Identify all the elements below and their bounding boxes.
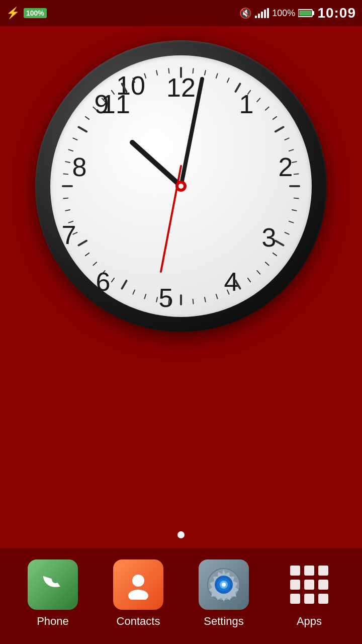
- svg-line-35: [276, 241, 284, 246]
- svg-line-58: [65, 210, 70, 211]
- svg-line-44: [193, 299, 194, 304]
- svg-line-39: [248, 278, 250, 282]
- signal-icon: [255, 8, 269, 18]
- svg-line-55: [78, 241, 86, 246]
- svg-line-59: [63, 198, 68, 199]
- battery-small-icon: 100%: [24, 8, 47, 18]
- clock-center-dot-inner: [178, 184, 184, 189]
- dock-apps[interactable]: Apps: [274, 559, 344, 628]
- page-indicator: [177, 531, 185, 538]
- dock-contacts[interactable]: Contacts: [103, 559, 173, 628]
- svg-line-48: [144, 294, 146, 299]
- svg-line-25: [276, 127, 284, 132]
- svg-line-54: [85, 253, 89, 256]
- svg-line-38: [257, 271, 260, 274]
- svg-line-37: [265, 262, 269, 265]
- contacts-icon: [113, 559, 163, 610]
- usb-icon: ⚡: [6, 7, 20, 20]
- apps-dot-7: [290, 594, 300, 604]
- svg-line-31: [294, 198, 299, 199]
- svg-line-46: [168, 299, 169, 304]
- svg-point-82: [222, 583, 226, 587]
- svg-line-36: [273, 253, 277, 256]
- svg-line-19: [227, 78, 229, 82]
- svg-point-76: [132, 575, 144, 587]
- hour-hand: [132, 142, 181, 186]
- svg-line-29: [294, 174, 299, 174]
- svg-line-33: [289, 221, 294, 223]
- svg-line-34: [285, 232, 289, 234]
- svg-text:8: 8: [72, 152, 87, 182]
- svg-text:6: 6: [96, 267, 111, 296]
- apps-dot-1: [290, 566, 300, 576]
- clock-svg: // This will be rendered via JS below 12…: [50, 55, 312, 317]
- svg-line-47: [156, 297, 157, 302]
- mute-icon: 🔇: [239, 7, 252, 19]
- svg-line-27: [289, 149, 294, 151]
- page-dot-active: [177, 531, 185, 538]
- svg-rect-2: [299, 11, 311, 16]
- svg-line-74: [168, 68, 169, 73]
- battery-percent-text: 100%: [272, 8, 295, 19]
- apps-dot-9: [318, 594, 328, 604]
- svg-text:7: 7: [62, 220, 76, 250]
- settings-icon: [199, 559, 249, 610]
- svg-line-22: [257, 98, 260, 102]
- svg-text:1: 1: [239, 90, 254, 119]
- svg-line-26: [285, 138, 289, 140]
- svg-line-65: [78, 127, 86, 132]
- battery-icon: [298, 9, 314, 18]
- clock-outer: // This will be rendered via JS below 12…: [35, 40, 327, 332]
- apps-dot-5: [304, 580, 314, 590]
- svg-line-63: [69, 149, 73, 151]
- dock-settings[interactable]: Settings: [189, 559, 259, 628]
- apps-dot-4: [290, 580, 300, 590]
- settings-label: Settings: [204, 615, 244, 628]
- apps-dot-3: [318, 566, 328, 576]
- clock-widget[interactable]: // This will be rendered via JS below 12…: [35, 40, 327, 332]
- svg-line-61: [63, 174, 68, 174]
- svg-line-49: [133, 290, 135, 294]
- svg-text:11: 11: [101, 90, 130, 119]
- svg-line-64: [73, 138, 77, 140]
- svg-line-50: [122, 281, 127, 289]
- status-time: 10:09: [317, 5, 356, 21]
- bottom-dock: Phone Contacts Settings: [0, 548, 362, 644]
- svg-line-42: [216, 294, 218, 299]
- status-bar: ⚡ 100% 🔇 100% 10:09: [0, 0, 362, 26]
- contacts-label: Contacts: [117, 615, 160, 628]
- apps-dot-6: [318, 580, 328, 590]
- svg-line-62: [65, 162, 70, 163]
- svg-line-43: [205, 297, 206, 302]
- svg-text:3: 3: [262, 223, 277, 252]
- svg-line-23: [265, 107, 269, 110]
- svg-rect-1: [312, 11, 314, 15]
- svg-line-24: [273, 117, 277, 119]
- svg-text:5: 5: [159, 283, 173, 312]
- svg-line-66: [85, 117, 89, 119]
- svg-line-32: [292, 210, 297, 211]
- svg-line-16: [193, 68, 194, 73]
- clock-face: // This will be rendered via JS below 12…: [50, 55, 312, 317]
- apps-dot-8: [304, 594, 314, 604]
- svg-line-53: [93, 262, 97, 265]
- dock-phone[interactable]: Phone: [18, 559, 88, 628]
- svg-line-17: [205, 70, 206, 75]
- svg-line-51: [112, 278, 114, 282]
- apps-dot-2: [304, 566, 314, 576]
- phone-label: Phone: [37, 615, 69, 628]
- svg-line-18: [216, 74, 218, 78]
- svg-line-73: [156, 70, 157, 75]
- svg-text:2: 2: [279, 152, 293, 182]
- svg-point-77: [128, 590, 148, 600]
- apps-label: Apps: [297, 615, 322, 628]
- apps-icon: [284, 559, 334, 610]
- phone-icon: [28, 559, 78, 610]
